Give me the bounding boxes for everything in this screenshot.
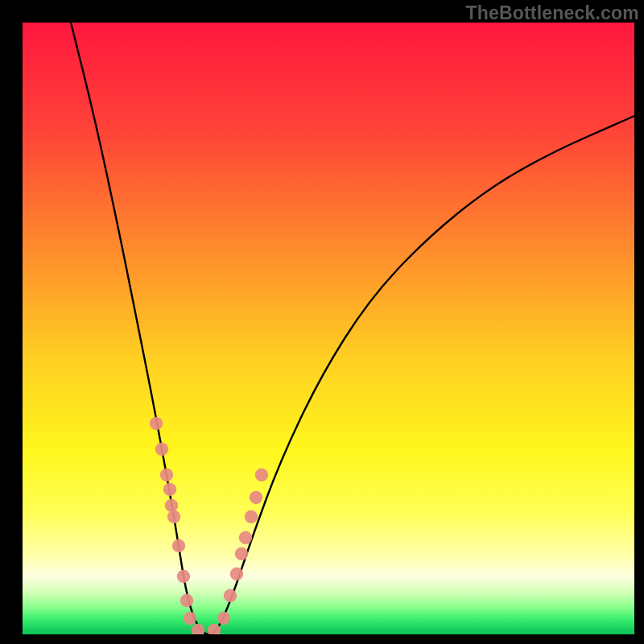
data-marker [163, 483, 176, 496]
data-marker [208, 624, 221, 637]
chart-container: TheBottleneck.com [0, 0, 644, 644]
watermark-text: TheBottleneck.com [465, 2, 639, 24]
data-marker [172, 539, 185, 552]
data-marker [217, 612, 230, 625]
gradient-background [23, 23, 634, 634]
data-marker [160, 469, 173, 481]
data-marker [255, 469, 268, 481]
data-marker [235, 547, 248, 560]
data-marker [245, 510, 258, 523]
chart-svg [0, 0, 644, 644]
data-marker [224, 589, 237, 602]
data-marker [165, 499, 178, 512]
data-marker [230, 568, 243, 580]
data-marker [184, 612, 196, 625]
data-marker [167, 510, 180, 523]
data-marker [192, 624, 204, 637]
data-marker [155, 443, 168, 456]
data-marker [177, 570, 190, 583]
data-marker [250, 491, 262, 504]
data-marker [239, 531, 252, 544]
data-marker [150, 417, 163, 430]
data-marker [180, 594, 193, 607]
